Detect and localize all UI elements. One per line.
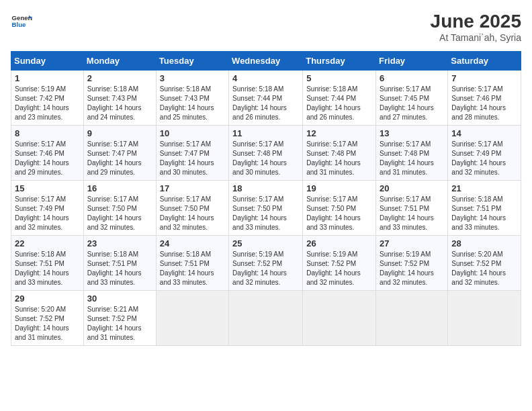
day-number: 16 — [87, 183, 152, 193]
cell-info: Sunrise: 5:18 AMSunset: 7:43 PMDaylight:… — [160, 85, 225, 122]
cell-info: Sunrise: 5:20 AMSunset: 7:52 PMDaylight:… — [451, 250, 517, 287]
table-row: 11Sunrise: 5:17 AMSunset: 7:48 PMDayligh… — [229, 126, 303, 181]
day-number: 18 — [232, 183, 299, 193]
day-number: 25 — [232, 238, 299, 248]
day-number: 30 — [87, 293, 152, 304]
svg-text:Blue: Blue — [12, 21, 26, 28]
day-number: 6 — [380, 73, 444, 83]
day-number: 23 — [87, 238, 152, 248]
table-row: 8Sunrise: 5:17 AMSunset: 7:46 PMDaylight… — [11, 126, 84, 181]
day-number: 24 — [160, 238, 225, 248]
table-row: 23Sunrise: 5:18 AMSunset: 7:51 PMDayligh… — [83, 236, 156, 291]
cell-info: Sunrise: 5:18 AMSunset: 7:43 PMDaylight:… — [87, 85, 152, 122]
table-row: 18Sunrise: 5:17 AMSunset: 7:50 PMDayligh… — [229, 181, 303, 236]
table-row: 6Sunrise: 5:17 AMSunset: 7:45 PMDaylight… — [376, 71, 448, 126]
header-sunday: Sunday — [11, 52, 84, 71]
cell-info: Sunrise: 5:17 AMSunset: 7:50 PMDaylight:… — [306, 195, 372, 232]
table-row: 1Sunrise: 5:19 AMSunset: 7:42 PMDaylight… — [11, 71, 84, 126]
day-number: 3 — [160, 73, 225, 83]
day-number: 4 — [232, 73, 299, 83]
header-thursday: Thursday — [303, 52, 376, 71]
cell-info: Sunrise: 5:18 AMSunset: 7:51 PMDaylight:… — [15, 250, 80, 287]
day-number: 11 — [232, 128, 299, 138]
cell-info: Sunrise: 5:17 AMSunset: 7:46 PMDaylight:… — [451, 85, 517, 122]
table-row: 2Sunrise: 5:18 AMSunset: 7:43 PMDaylight… — [83, 71, 156, 126]
header-tuesday: Tuesday — [156, 52, 228, 71]
cell-info: Sunrise: 5:17 AMSunset: 7:48 PMDaylight:… — [306, 140, 372, 177]
day-number: 27 — [380, 238, 444, 248]
table-row: 25Sunrise: 5:19 AMSunset: 7:52 PMDayligh… — [229, 236, 303, 291]
cell-info: Sunrise: 5:19 AMSunset: 7:52 PMDaylight:… — [306, 250, 372, 287]
logo: General Blue — [11, 11, 32, 32]
title-area: June 2025 At Tamani`ah, Syria — [431, 11, 521, 43]
cell-info: Sunrise: 5:17 AMSunset: 7:47 PMDaylight:… — [87, 140, 152, 177]
table-row — [376, 291, 448, 346]
header-monday: Monday — [83, 52, 156, 71]
table-row — [156, 291, 228, 346]
header-friday: Friday — [376, 52, 448, 71]
calendar-week-row: 22Sunrise: 5:18 AMSunset: 7:51 PMDayligh… — [11, 236, 521, 291]
table-row — [303, 291, 376, 346]
table-row: 12Sunrise: 5:17 AMSunset: 7:48 PMDayligh… — [303, 126, 376, 181]
cell-info: Sunrise: 5:18 AMSunset: 7:51 PMDaylight:… — [160, 250, 225, 287]
day-number: 20 — [380, 183, 444, 193]
page-header: General Blue June 2025 At Tamani`ah, Syr… — [11, 11, 521, 43]
cell-info: Sunrise: 5:17 AMSunset: 7:47 PMDaylight:… — [160, 140, 225, 177]
calendar-week-row: 1Sunrise: 5:19 AMSunset: 7:42 PMDaylight… — [11, 71, 521, 126]
table-row: 10Sunrise: 5:17 AMSunset: 7:47 PMDayligh… — [156, 126, 228, 181]
table-row: 24Sunrise: 5:18 AMSunset: 7:51 PMDayligh… — [156, 236, 228, 291]
cell-info: Sunrise: 5:19 AMSunset: 7:52 PMDaylight:… — [232, 250, 299, 287]
cell-info: Sunrise: 5:17 AMSunset: 7:50 PMDaylight:… — [232, 195, 299, 232]
table-row: 30Sunrise: 5:21 AMSunset: 7:52 PMDayligh… — [83, 291, 156, 346]
cell-info: Sunrise: 5:19 AMSunset: 7:52 PMDaylight:… — [380, 250, 444, 287]
day-number: 1 — [15, 73, 80, 83]
table-row: 22Sunrise: 5:18 AMSunset: 7:51 PMDayligh… — [11, 236, 84, 291]
table-row: 29Sunrise: 5:20 AMSunset: 7:52 PMDayligh… — [11, 291, 84, 346]
table-row: 14Sunrise: 5:17 AMSunset: 7:49 PMDayligh… — [448, 126, 521, 181]
cell-info: Sunrise: 5:17 AMSunset: 7:50 PMDaylight:… — [160, 195, 225, 232]
day-number: 29 — [15, 293, 80, 304]
cell-info: Sunrise: 5:18 AMSunset: 7:51 PMDaylight:… — [87, 250, 152, 287]
day-number: 14 — [451, 128, 517, 138]
cell-info: Sunrise: 5:18 AMSunset: 7:44 PMDaylight:… — [306, 85, 372, 122]
cell-info: Sunrise: 5:17 AMSunset: 7:48 PMDaylight:… — [380, 140, 444, 177]
calendar-week-row: 15Sunrise: 5:17 AMSunset: 7:49 PMDayligh… — [11, 181, 521, 236]
day-number: 2 — [87, 73, 152, 83]
header-wednesday: Wednesday — [229, 52, 303, 71]
table-row: 15Sunrise: 5:17 AMSunset: 7:49 PMDayligh… — [11, 181, 84, 236]
cell-info: Sunrise: 5:17 AMSunset: 7:48 PMDaylight:… — [232, 140, 299, 177]
table-row: 9Sunrise: 5:17 AMSunset: 7:47 PMDaylight… — [83, 126, 156, 181]
cell-info: Sunrise: 5:17 AMSunset: 7:50 PMDaylight:… — [87, 195, 152, 232]
table-row: 27Sunrise: 5:19 AMSunset: 7:52 PMDayligh… — [376, 236, 448, 291]
cell-info: Sunrise: 5:17 AMSunset: 7:46 PMDaylight:… — [15, 140, 80, 177]
day-number: 12 — [306, 128, 372, 138]
day-number: 28 — [451, 238, 517, 248]
cell-info: Sunrise: 5:21 AMSunset: 7:52 PMDaylight:… — [87, 305, 152, 342]
logo-icon: General Blue — [11, 11, 32, 32]
table-row: 28Sunrise: 5:20 AMSunset: 7:52 PMDayligh… — [448, 236, 521, 291]
calendar-week-row: 8Sunrise: 5:17 AMSunset: 7:46 PMDaylight… — [11, 126, 521, 181]
table-row: 3Sunrise: 5:18 AMSunset: 7:43 PMDaylight… — [156, 71, 228, 126]
day-number: 10 — [160, 128, 225, 138]
cell-info: Sunrise: 5:17 AMSunset: 7:51 PMDaylight:… — [380, 195, 444, 232]
weekday-header-row: Sunday Monday Tuesday Wednesday Thursday… — [11, 52, 521, 71]
table-row: 4Sunrise: 5:18 AMSunset: 7:44 PMDaylight… — [229, 71, 303, 126]
table-row: 7Sunrise: 5:17 AMSunset: 7:46 PMDaylight… — [448, 71, 521, 126]
day-number: 19 — [306, 183, 372, 193]
table-row — [448, 291, 521, 346]
cell-info: Sunrise: 5:17 AMSunset: 7:45 PMDaylight:… — [380, 85, 444, 122]
day-number: 5 — [306, 73, 372, 83]
table-row: 21Sunrise: 5:18 AMSunset: 7:51 PMDayligh… — [448, 181, 521, 236]
table-row: 19Sunrise: 5:17 AMSunset: 7:50 PMDayligh… — [303, 181, 376, 236]
cell-info: Sunrise: 5:18 AMSunset: 7:44 PMDaylight:… — [232, 85, 299, 122]
day-number: 26 — [306, 238, 372, 248]
calendar-table: Sunday Monday Tuesday Wednesday Thursday… — [11, 51, 521, 346]
cell-info: Sunrise: 5:19 AMSunset: 7:42 PMDaylight:… — [15, 85, 80, 122]
day-number: 22 — [15, 238, 80, 248]
header-saturday: Saturday — [448, 52, 521, 71]
table-row: 5Sunrise: 5:18 AMSunset: 7:44 PMDaylight… — [303, 71, 376, 126]
location-title: At Tamani`ah, Syria — [431, 32, 521, 43]
cell-info: Sunrise: 5:17 AMSunset: 7:49 PMDaylight:… — [15, 195, 80, 232]
day-number: 9 — [87, 128, 152, 138]
day-number: 15 — [15, 183, 80, 193]
